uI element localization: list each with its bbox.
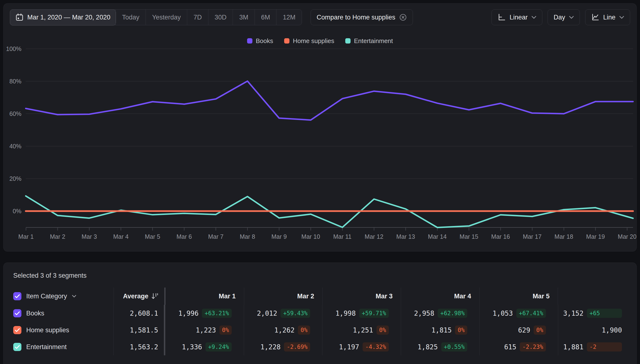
day-value: 1,262 [274, 326, 294, 334]
day-value: 1,251 [353, 326, 373, 334]
day-cell: 615-2.23% [480, 338, 558, 355]
average-header-cell[interactable]: Average [114, 288, 164, 305]
average-value: 1,563.2 [130, 343, 158, 351]
segments-table-card: Selected 3 of 3 segments Item CategoryAv… [3, 262, 637, 364]
day-cell: 1,2230% [165, 322, 244, 338]
day-cell: 1,2510% [323, 322, 401, 338]
day-value: 615 [504, 343, 516, 351]
preset-yesterday[interactable]: Yesterday [146, 10, 187, 25]
segment-checkbox[interactable] [13, 326, 22, 334]
day-cell-clipped: 1,900 [558, 322, 636, 338]
segment-cell[interactable]: Books [4, 305, 114, 322]
day-header-label: Mar 4 [454, 292, 471, 300]
legend-swatch [284, 38, 289, 44]
date-range-button[interactable]: Mar 1, 2020 — Mar 20, 2020 [10, 10, 116, 26]
day-value: 1,053 [493, 310, 513, 317]
svg-text:Mar 9: Mar 9 [271, 233, 287, 240]
line-chart-icon [591, 13, 599, 22]
average-header-label: Average [123, 292, 148, 300]
day-cell: 1,998+59.71% [323, 305, 401, 322]
scale-dropdown[interactable]: Linear [492, 10, 542, 25]
svg-text:Mar 19: Mar 19 [586, 233, 605, 240]
toolbar-right: Linear Day Line [492, 10, 630, 25]
day-header-cell: Mar 1 [166, 288, 244, 305]
table-row-books: Books2,608.11,996+63.21%2,012+59.43%1,99… [4, 305, 636, 322]
delta-badge: +65 [587, 309, 622, 318]
delta-badge: +0.55% [441, 342, 467, 352]
table-row-home-supplies: Home supplies1,581.51,2230%1,2620%1,2510… [4, 322, 636, 338]
day-cell: 6290% [480, 322, 558, 338]
segment-checkbox[interactable] [13, 309, 22, 317]
compare-button[interactable]: Compare to Home supplies [310, 10, 413, 25]
day-value: 2,012 [257, 310, 277, 317]
preset-30d[interactable]: 30D [208, 10, 233, 25]
svg-text:Mar 4: Mar 4 [113, 233, 129, 240]
svg-text:Mar 6: Mar 6 [177, 233, 192, 240]
svg-text:0%: 0% [13, 208, 22, 214]
table-header-row: Item CategoryAverageMar 1Mar 2Mar 3Mar 4… [4, 288, 636, 305]
day-cell: 2,958+62.98% [401, 305, 480, 322]
day-value: 3,152 [563, 310, 583, 317]
day-value: 629 [518, 326, 530, 334]
preset-12m[interactable]: 12M [276, 10, 302, 25]
legend-swatch [247, 38, 252, 44]
svg-text:Mar 8: Mar 8 [240, 233, 255, 240]
delta-badge: 0% [219, 326, 232, 335]
day-header-cell-clipped [558, 288, 636, 305]
legend-item[interactable]: Books [247, 37, 273, 45]
delta-badge: 0% [534, 326, 546, 335]
day-header-label: Mar 3 [376, 292, 393, 300]
day-cell: 1,053+67.41% [480, 305, 558, 322]
preset-3m[interactable]: 3M [233, 10, 254, 25]
date-range-label: Mar 1, 2020 — Mar 20, 2020 [28, 14, 110, 21]
preset-6m[interactable]: 6M [254, 10, 276, 25]
day-cell: 1,825+0.55% [401, 338, 480, 355]
svg-text:Mar 20: Mar 20 [618, 233, 637, 240]
delta-badge: -2.23% [520, 342, 546, 352]
legend-swatch [345, 38, 351, 44]
svg-text:Mar 14: Mar 14 [428, 233, 447, 240]
line-chart[interactable]: 0%20%40%60%80%100%Mar 1Mar 2Mar 3Mar 4Ma… [4, 44, 637, 249]
remove-compare-icon[interactable] [399, 14, 407, 21]
average-cell: 2,608.1 [114, 305, 164, 322]
chart-card: Mar 1, 2020 — Mar 20, 2020 TodayYesterda… [3, 3, 637, 252]
preset-today[interactable]: Today [116, 10, 146, 25]
day-header-cell: Mar 5 [480, 288, 558, 305]
granularity-dropdown[interactable]: Day [548, 10, 580, 25]
segment-checkbox[interactable] [13, 343, 22, 351]
delta-badge: +59.43% [280, 309, 310, 318]
svg-text:Mar 5: Mar 5 [145, 233, 160, 240]
delta-badge: 0% [377, 326, 389, 335]
delta-badge: -2 [587, 342, 622, 352]
legend-item[interactable]: Entertainment [345, 37, 393, 45]
segment-label: Entertainment [26, 343, 67, 351]
svg-text:Mar 12: Mar 12 [365, 233, 384, 240]
svg-text:60%: 60% [10, 110, 22, 117]
svg-text:Mar 15: Mar 15 [460, 233, 478, 240]
category-header-cell[interactable]: Item Category [4, 288, 114, 305]
segment-label: Books [26, 310, 44, 317]
segment-cell[interactable]: Entertainment [4, 338, 114, 355]
segment-cell[interactable]: Home supplies [4, 322, 114, 338]
svg-text:Mar 3: Mar 3 [82, 233, 97, 240]
delta-badge: +67.41% [516, 309, 546, 318]
series-line-books [26, 81, 633, 120]
delta-badge: +62.98% [438, 309, 467, 318]
average-cell: 1,581.5 [114, 322, 164, 338]
average-cell: 1,563.2 [114, 338, 164, 355]
svg-text:40%: 40% [10, 143, 22, 150]
segment-checkbox[interactable] [13, 292, 22, 300]
svg-text:Mar 16: Mar 16 [491, 233, 510, 240]
svg-text:100%: 100% [6, 46, 22, 52]
day-cell-clipped: 1,881-2 [558, 338, 636, 355]
day-cell: 1,2620% [244, 322, 323, 338]
svg-text:Mar 2: Mar 2 [50, 233, 66, 240]
average-value: 2,608.1 [130, 310, 158, 317]
legend-item[interactable]: Home supplies [284, 37, 334, 45]
day-value: 1,197 [339, 343, 359, 351]
chevron-down-icon [569, 16, 574, 19]
date-range-control: Mar 1, 2020 — Mar 20, 2020 TodayYesterda… [10, 10, 302, 25]
day-header-label: Mar 5 [533, 292, 550, 300]
preset-7d[interactable]: 7D [187, 10, 208, 25]
chart-type-dropdown[interactable]: Line [585, 10, 630, 25]
